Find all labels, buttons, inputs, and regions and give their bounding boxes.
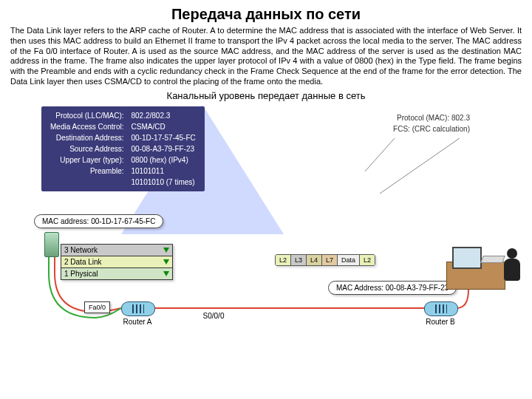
field-label: Media Access Control: bbox=[47, 122, 127, 132]
frame-fields-panel: Protocol (LLC/MAC):802.2/802.3Media Acce… bbox=[41, 106, 205, 191]
fcs-callout: Protocol (MAC): 802.3 FCS: (CRC calculat… bbox=[393, 112, 470, 134]
pdu-l7: L7 bbox=[321, 255, 337, 265]
field-label: Preamble: bbox=[47, 166, 127, 176]
layer-1-row: 1 Physical bbox=[61, 267, 172, 279]
field-label: Source Address: bbox=[47, 144, 127, 154]
pdu-l2-trailer: L2 bbox=[359, 255, 375, 265]
fa00-label: Fa0/0 bbox=[84, 301, 110, 313]
field-value: 0800 (hex) (IPv4) bbox=[129, 155, 199, 165]
field-value: 10101010 (7 times) bbox=[129, 177, 199, 187]
description-paragraph: The Data Link layer refers to the ARP ca… bbox=[10, 26, 522, 87]
pdu-l3: L3 bbox=[290, 255, 306, 265]
s000-label: S0/0/0 bbox=[195, 312, 232, 320]
person-icon bbox=[499, 248, 525, 290]
callout-line2: FCS: (CRC calculation) bbox=[393, 123, 470, 134]
field-value: CSMA/CD bbox=[129, 122, 199, 132]
field-value: 10101011 bbox=[129, 166, 199, 176]
network-diagram: Канальный уровень передает данные в сеть… bbox=[10, 90, 522, 341]
field-value: 00-1D-17-57-45-FC bbox=[129, 133, 199, 143]
arrow-down-icon bbox=[163, 248, 169, 253]
pdu-pill: L2 L3 L4 L7 Data L2 bbox=[275, 254, 375, 266]
router-b-label: Router B bbox=[424, 318, 457, 326]
field-label bbox=[47, 177, 127, 187]
mac-box-server: MAC address: 00-1D-17-67-45-FC bbox=[34, 214, 163, 228]
layer-3-row: 3 Network bbox=[61, 245, 172, 256]
field-value: 802.2/802.3 bbox=[129, 111, 199, 120]
monitor-icon bbox=[452, 247, 482, 269]
user-workstation bbox=[446, 238, 517, 290]
field-label: Destination Address: bbox=[47, 133, 127, 143]
osi-layers-box: 3 Network 2 Data Link 1 Physical bbox=[61, 244, 173, 280]
mac-box-router: MAC Address: 00-08-A3-79-FF-23 bbox=[328, 281, 457, 295]
pdu-l4: L4 bbox=[306, 255, 321, 265]
router-b-icon bbox=[424, 301, 458, 316]
diagram-subtitle: Канальный уровень передает данные в сеть bbox=[10, 90, 522, 101]
callout-line1: Protocol (MAC): 802.3 bbox=[393, 112, 470, 123]
router-a-icon bbox=[121, 301, 155, 316]
server-icon bbox=[44, 232, 59, 257]
field-value: 00-08-A3-79-FF-23 bbox=[129, 144, 199, 154]
pdu-data: Data bbox=[337, 255, 359, 265]
field-label: Upper Layer (type): bbox=[47, 155, 127, 165]
pdu-l2: L2 bbox=[276, 255, 290, 265]
field-label: Protocol (LLC/MAC): bbox=[47, 111, 127, 120]
arrow-down-icon bbox=[163, 271, 169, 276]
router-a-label: Router A bbox=[121, 318, 154, 326]
layer-2-row: 2 Data Link bbox=[61, 256, 172, 267]
arrow-down-icon bbox=[163, 259, 169, 265]
page-title: Передача данных по сети bbox=[10, 6, 522, 23]
